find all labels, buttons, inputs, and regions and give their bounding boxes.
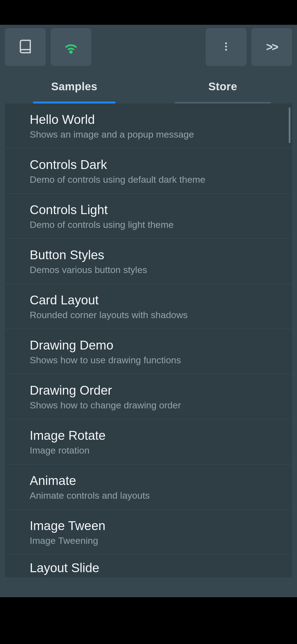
list-item-subtitle: Image rotation [30, 445, 267, 456]
tab-label: Store [208, 80, 237, 93]
wifi-button[interactable] [51, 28, 91, 66]
list-item-title: Image Rotate [30, 428, 267, 443]
list-item-title: Animate [30, 473, 267, 488]
list-item[interactable]: Drawing Order Shows how to change drawin… [5, 374, 292, 419]
list-item-title: Layout Slide [30, 560, 267, 575]
docs-button[interactable] [5, 28, 46, 66]
list-item[interactable]: Drawing Demo Shows how to use drawing fu… [5, 329, 292, 374]
list-item-title: Card Layout [30, 293, 267, 307]
list-item-subtitle: Shows an image and a popup message [30, 129, 267, 140]
list-item-title: Controls Light [30, 202, 267, 217]
svg-point-3 [225, 49, 227, 51]
list-item-title: Image Tween [30, 518, 267, 533]
list-item-title: Drawing Order [30, 383, 267, 398]
book-icon [18, 39, 33, 55]
list-item-subtitle: Rounded corner layouts with shadows [30, 310, 267, 320]
list-item[interactable]: Controls Light Demo of controls using li… [5, 194, 292, 239]
svg-point-1 [225, 42, 227, 44]
list-item-subtitle: Demos various button styles [30, 264, 267, 275]
list-container: Hello World Shows an image and a popup m… [0, 103, 297, 597]
list-item[interactable]: Animate Animate controls and layouts [5, 465, 292, 510]
list-item-title: Button Styles [30, 247, 267, 262]
samples-list[interactable]: Hello World Shows an image and a popup m… [5, 103, 292, 597]
toolbar: >> [0, 25, 297, 69]
list-item[interactable]: Controls Dark Demo of controls using def… [5, 149, 292, 194]
list-item-title: Drawing Demo [30, 338, 267, 353]
list-item-title: Controls Dark [30, 157, 267, 172]
list-item[interactable]: Button Styles Demos various button style… [5, 239, 292, 284]
wifi-icon [63, 38, 79, 56]
list-item-subtitle: Animate controls and layouts [30, 490, 267, 501]
list-item-subtitle: Shows how to use drawing functions [30, 355, 267, 365]
list-item-subtitle: Demo of controls using default dark them… [30, 174, 267, 185]
list-item[interactable]: Image Tween Image Tweening [5, 510, 292, 555]
forward-button[interactable]: >> [251, 28, 292, 66]
svg-point-0 [70, 51, 72, 53]
app-window: >> Samples Store Hello World Shows an im… [0, 25, 297, 597]
tab-underline-active [33, 102, 116, 103]
status-bar [0, 0, 297, 25]
scroll-indicator[interactable] [289, 107, 290, 143]
list-item-subtitle: Image Tweening [30, 535, 267, 546]
tab-samples[interactable]: Samples [0, 69, 148, 103]
list-item[interactable]: Image Rotate Image rotation [5, 419, 292, 465]
list-item[interactable]: Hello World Shows an image and a popup m… [5, 103, 292, 149]
svg-point-2 [225, 46, 227, 48]
forward-icon: >> [266, 40, 277, 54]
list-item-subtitle: Demo of controls using light theme [30, 219, 267, 230]
navigation-bar [0, 597, 297, 644]
tab-label: Samples [51, 80, 97, 93]
list-item[interactable]: Card Layout Rounded corner layouts with … [5, 284, 292, 329]
more-vertical-icon [221, 41, 232, 53]
overflow-menu-button[interactable] [206, 28, 246, 66]
list-item-subtitle: Shows how to change drawing order [30, 400, 267, 411]
list-item[interactable]: Layout Slide [5, 555, 292, 578]
tab-store[interactable]: Store [148, 69, 297, 103]
tab-bar: Samples Store [0, 69, 297, 103]
list-item-title: Hello World [30, 112, 267, 127]
